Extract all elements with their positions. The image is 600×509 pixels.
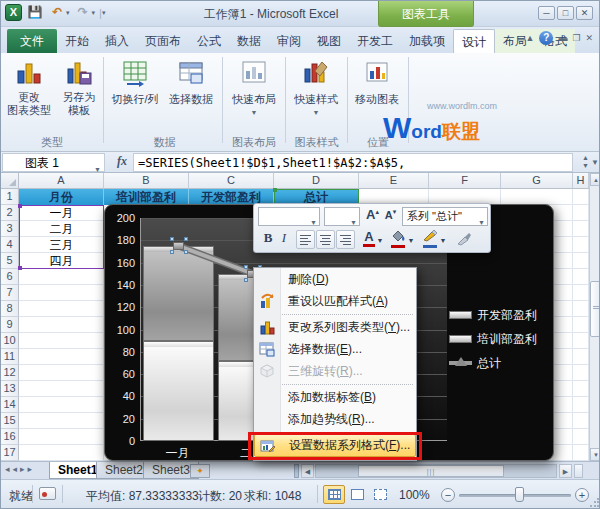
cell-month-二月[interactable]: 二月 (19, 221, 104, 237)
row-header-7[interactable]: 7 (1, 285, 19, 301)
bold-button[interactable]: B (260, 230, 276, 249)
tab-数据[interactable]: 数据 (229, 29, 269, 53)
cell-header-月份[interactable]: 月份 (19, 189, 104, 205)
chart-element-combo[interactable]: 系列 "总计"▼ (402, 207, 488, 226)
column-header-E[interactable]: E (359, 173, 429, 189)
menu-item-删除[interactable]: 删除(D) (254, 268, 416, 290)
menu-item-添加数据标签[interactable]: 添加数据标签(B) (254, 386, 416, 408)
fill-color-dropdown-icon[interactable]: ▼ (407, 237, 415, 256)
row-header-10[interactable]: 10 (1, 333, 19, 349)
cell-month-四月[interactable]: 四月 (19, 253, 104, 269)
save-icon[interactable]: 💾 (26, 4, 44, 21)
menu-item-更改系列图表类型[interactable]: 更改系列图表类型(Y)... (254, 316, 416, 338)
cell-month-三月[interactable]: 三月 (19, 237, 104, 253)
fill-color-button[interactable] (388, 229, 408, 248)
row-header-11[interactable]: 11 (1, 349, 19, 365)
row-header-6[interactable]: 6 (1, 269, 19, 285)
column-header-C[interactable]: C (189, 173, 274, 189)
page-break-view-button[interactable] (369, 485, 391, 504)
redo-dropdown-icon[interactable]: ▾ (92, 9, 96, 17)
excel-logo-icon[interactable]: X (5, 4, 22, 21)
menu-item-重设以匹配样式[interactable]: 重设以匹配样式(A) (254, 290, 416, 312)
font-name-dropdown-icon[interactable]: ▼ (310, 214, 317, 231)
tab-页面布[interactable]: 页面布 (137, 29, 189, 53)
undo-icon[interactable]: ↶ (48, 4, 66, 21)
data-point-总计-一月[interactable] (173, 242, 184, 250)
zoom-slider-thumb[interactable] (515, 487, 524, 502)
vertical-scroll-thumb[interactable] (590, 281, 600, 337)
row-header-3[interactable]: 3 (1, 221, 19, 237)
tab-审阅[interactable]: 审阅 (269, 29, 309, 53)
formula-bar-expand-icon[interactable]: ▼ (591, 158, 599, 167)
zoom-level[interactable]: 100% (399, 488, 430, 502)
font-size-dropdown-icon[interactable]: ▼ (350, 214, 357, 231)
doc-restore-icon[interactable]: ❐ (572, 33, 580, 43)
row-header-4[interactable]: 4 (1, 237, 19, 253)
column-header-D[interactable]: D (274, 173, 359, 189)
horizontal-scrollbar[interactable]: ||| (315, 464, 557, 478)
outline-color-button[interactable] (420, 229, 440, 248)
row-header-2[interactable]: 2 (1, 205, 19, 221)
vertical-scrollbar[interactable]: ▲ ▼ (589, 173, 600, 461)
chart-legend[interactable]: 开发部盈利培训部盈利总计 (449, 303, 537, 375)
row-header-16[interactable]: 16 (1, 429, 19, 445)
legend-entry-培训部盈利[interactable]: 培训部盈利 (449, 327, 537, 351)
select-all-corner[interactable] (1, 173, 19, 189)
font-size-combo[interactable]: ▼ (324, 207, 360, 226)
column-header-B[interactable]: B (104, 173, 189, 189)
cell-month-一月[interactable]: 一月 (19, 205, 104, 221)
quick-styles-button[interactable]: 快速样式 ▼ (289, 57, 343, 119)
align-left-button[interactable] (296, 230, 315, 249)
sheet-nav-buttons[interactable]: ◂◂▸▸ (5, 464, 35, 474)
row-header-8[interactable]: 8 (1, 301, 19, 317)
maximize-button[interactable]: □ (557, 6, 574, 20)
scroll-up-icon[interactable]: ▲ (590, 173, 600, 186)
save-as-template-button[interactable]: 另存为模板 (56, 57, 102, 117)
legend-entry-总计[interactable]: 总计 (449, 351, 537, 375)
shrink-font-button[interactable]: A▾ (382, 208, 399, 227)
row-header-17[interactable]: 17 (1, 445, 19, 461)
align-right-button[interactable] (336, 230, 355, 249)
name-box[interactable]: 图表 1▼ (2, 153, 105, 172)
tab-公式[interactable]: 公式 (189, 29, 229, 53)
column-header-A[interactable]: A (19, 173, 104, 189)
zoom-out-icon[interactable]: − (441, 488, 455, 502)
scroll-down-icon[interactable]: ▼ (590, 448, 600, 461)
minimize-button[interactable]: ─ (538, 6, 555, 20)
zoom-in-icon[interactable]: + (575, 488, 589, 502)
row-header-13[interactable]: 13 (1, 381, 19, 397)
row-header-9[interactable]: 9 (1, 317, 19, 333)
help-icon[interactable]: ? (539, 31, 553, 45)
row-header-12[interactable]: 12 (1, 365, 19, 381)
tab-设计[interactable]: 设计 (453, 29, 495, 53)
close-button[interactable]: ✕ (576, 6, 593, 20)
menu-item-添加趋势线[interactable]: 添加趋势线(R)... (254, 408, 416, 430)
collapse-ribbon-icon[interactable]: ▲ (525, 33, 534, 43)
scroll-left-icon[interactable]: ◀ (301, 464, 314, 478)
row-header-1[interactable]: 1 (1, 189, 19, 205)
align-center-button[interactable] (316, 230, 335, 249)
cell-header-培训部盈利[interactable]: 培训部盈利 (104, 189, 189, 205)
tab-视图[interactable]: 视图 (309, 29, 349, 53)
change-chart-type-button[interactable]: 更改图表类型 (4, 57, 54, 117)
qat-customize-icon[interactable]: ▾ (102, 9, 106, 17)
horizontal-scroll-thumb[interactable]: ||| (358, 465, 504, 477)
tab-插入[interactable]: 插入 (97, 29, 137, 53)
column-header-G[interactable]: G (501, 173, 573, 189)
tab-开始[interactable]: 开始 (57, 29, 97, 53)
doc-minimize-icon[interactable]: ▬ (558, 33, 567, 43)
macro-record-icon[interactable] (39, 487, 56, 500)
scroll-right-icon[interactable]: ▶ (559, 464, 572, 478)
menu-item-选择数据[interactable]: 选择数据(E)... (254, 338, 416, 360)
redo-icon[interactable]: ↷ (74, 4, 92, 21)
select-data-button[interactable]: 选择数据 (164, 57, 218, 106)
quick-layout-button[interactable]: 快速布局 ▼ (227, 57, 281, 119)
insert-function-icon[interactable]: fx (117, 154, 127, 169)
formula-input[interactable]: =SERIES(Sheet1!$D$1,Sheet1!$A$2:$A$5, (133, 153, 573, 172)
row-header-14[interactable]: 14 (1, 397, 19, 413)
tab-开发工[interactable]: 开发工 (349, 29, 401, 53)
formula-bar-spinner[interactable]: ▲▼ (582, 154, 589, 170)
chart-element-dropdown-icon[interactable]: ▼ (478, 214, 485, 231)
grow-font-button[interactable]: A▴ (364, 208, 381, 227)
switch-row-column-button[interactable]: 切换行/列 (107, 57, 163, 106)
